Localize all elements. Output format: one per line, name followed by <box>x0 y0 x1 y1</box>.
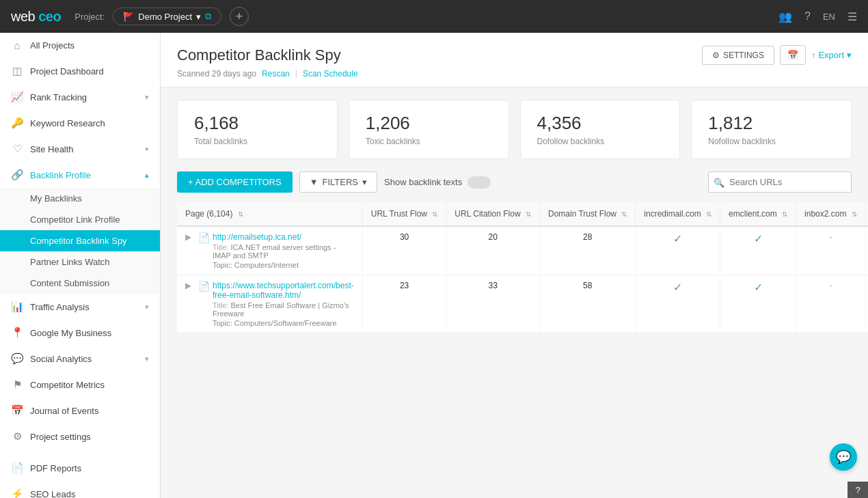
sidebar-label-competitor-metrics: Competitor Metrics <box>30 380 105 390</box>
title-label-0: Title: <box>213 243 231 251</box>
cell-incredimail-1: ✓ <box>636 275 720 333</box>
sidebar-item-project-settings[interactable]: ⚙ Project settings <box>0 424 160 449</box>
partner-links-watch-label: Partner Links Watch <box>30 257 110 267</box>
sidebar-subitem-competitor-link-profile[interactable]: Competitor Link Profile <box>0 209 160 230</box>
backlinks-table: Page (6,104) ⇅ URL Trust Flow ⇅ URL Cita… <box>177 202 868 333</box>
add-competitors-button[interactable]: + ADD COMPETITORS <box>177 171 293 193</box>
stats-row: 6,168 Total backlinks 1,206 Toxic backli… <box>161 87 868 171</box>
help-button[interactable]: ? <box>847 482 868 498</box>
sidebar-item-traffic-analysis[interactable]: 📊 Traffic Analysis ▾ <box>0 294 160 320</box>
sidebar-item-google-my-business[interactable]: 📍 Google My Business <box>0 320 160 346</box>
menu-icon[interactable]: ☰ <box>847 10 857 23</box>
sidebar-item-site-health[interactable]: ♡ Site Health ▾ <box>0 136 160 162</box>
settings-button[interactable]: ⚙ SETTINGS <box>702 46 774 65</box>
sidebar-item-social-analytics[interactable]: 💬 Social Analytics ▾ <box>0 346 160 372</box>
sidebar-item-pdf-reports[interactable]: 📄 PDF Reports <box>0 455 160 481</box>
stat-number-toxic: 1,206 <box>366 113 492 134</box>
gear-icon: ⚙ <box>712 51 720 60</box>
title-value-1: Best Free Email Software | Gizmo's Freew… <box>213 301 349 318</box>
sidebar-label-project-settings: Project settings <box>30 432 91 442</box>
page-url-1[interactable]: https://www.techsupportalert.com/best-fr… <box>213 281 354 300</box>
check-icon-incredimail-1: ✓ <box>673 281 682 293</box>
cell-url-trust-0: 30 <box>362 226 446 275</box>
external-link-icon: ⧉ <box>205 11 211 22</box>
export-chevron-icon: ▾ <box>847 50 852 60</box>
topic-value-1: Computers/Software/Freeware <box>234 319 337 327</box>
sort-icon-emclient: ⇅ <box>782 210 787 218</box>
calendar-button[interactable]: 📅 <box>780 45 806 65</box>
topic-cell-1: Topic: Computers/Software/Freeware <box>213 319 354 327</box>
chat-icon: 💬 <box>11 352 23 365</box>
sidebar-label-site-health: Site Health <box>30 144 74 154</box>
language-selector[interactable]: EN <box>823 12 835 22</box>
search-input[interactable] <box>708 171 852 193</box>
col-inbox2[interactable]: inbox2.com ⇅ <box>796 202 866 226</box>
col-emailtray[interactable]: emailtray.com ⇅ <box>865 202 868 226</box>
expand-button-1[interactable]: ▶ <box>185 281 191 290</box>
sidebar-item-all-projects[interactable]: ⌂ All Projects <box>0 33 160 58</box>
col-url-citation-flow[interactable]: URL Citation Flow ⇅ <box>446 202 540 226</box>
sidebar-item-keyword-research[interactable]: 🔑 Keyword Research <box>0 110 160 136</box>
traffic-icon: 📊 <box>11 301 23 313</box>
sidebar-subitem-my-backlinks[interactable]: My Backlinks <box>0 188 160 209</box>
filters-button[interactable]: ▼ FILTERS ▾ <box>299 171 377 193</box>
add-project-button[interactable]: + <box>230 7 249 26</box>
page-title: Competitor Backlink Spy <box>177 46 341 64</box>
col-url-trust-flow[interactable]: URL Trust Flow ⇅ <box>362 202 446 226</box>
location-icon: 📍 <box>11 327 23 339</box>
title-value-0: ICA.NET email server settings - IMAP and… <box>213 243 336 260</box>
scan-schedule-link[interactable]: Scan Schedule <box>303 69 358 79</box>
filter-chevron-icon: ▾ <box>362 177 367 187</box>
table-body: ▶ 📄 http://emailsetup.ica.net/ Title: IC… <box>177 226 868 333</box>
sidebar-item-journal-of-events[interactable]: 📅 Journal of Events <box>0 398 160 424</box>
cell-page-1: ▶ 📄 https://www.techsupportalert.com/bes… <box>177 275 362 333</box>
cell-url-trust-1: 23 <box>362 275 446 333</box>
cell-emclient-1: ✓ <box>720 275 796 333</box>
sidebar-item-competitor-metrics[interactable]: ⚑ Competitor Metrics <box>0 372 160 398</box>
doc-icon-1[interactable]: 📄 <box>198 281 210 292</box>
backlink-texts-toggle[interactable] <box>467 176 491 189</box>
sidebar-subitem-content-submission[interactable]: Content Submission <box>0 273 160 294</box>
stat-number-total: 6,168 <box>194 113 321 134</box>
sidebar-label-rank-tracking: Rank Tracking <box>30 92 87 102</box>
scan-date: Scanned 29 days ago <box>177 69 256 79</box>
sidebar-label-project-dashboard: Project Dashboard <box>30 66 104 77</box>
users-icon[interactable]: 👥 <box>778 10 792 23</box>
chevron-right-icon-3: ▾ <box>145 303 149 312</box>
scan-separator: | <box>295 69 297 79</box>
help-icon[interactable]: ? <box>804 10 811 23</box>
sidebar-label-backlink-profile: Backlink Profile <box>30 170 91 180</box>
sidebar-item-project-dashboard[interactable]: ◫ Project Dashboard <box>0 58 160 84</box>
sidebar-item-seo-leads[interactable]: ⚡ SEO Leads <box>0 481 160 498</box>
expand-button-0[interactable]: ▶ <box>185 232 191 242</box>
col-emclient[interactable]: emclient.com ⇅ <box>720 202 796 226</box>
stat-card-nofollow-backlinks: 1,812 Nofollow backlinks <box>691 100 852 159</box>
doc-icon-0[interactable]: 📄 <box>198 232 210 243</box>
sidebar-subitem-partner-links-watch[interactable]: Partner Links Watch <box>0 251 160 273</box>
cell-emailtray-1: Negotiations ▾ <box>865 275 868 333</box>
calendar-icon: 📅 <box>11 404 23 417</box>
stat-number-nofollow: 1,812 <box>708 113 835 134</box>
sidebar-subitem-competitor-backlink-spy[interactable]: Competitor Backlink Spy <box>0 230 160 251</box>
toolbar: + ADD COMPETITORS ▼ FILTERS ▾ Show backl… <box>161 171 868 202</box>
col-domain-trust-flow[interactable]: Domain Trust Flow ⇅ <box>539 202 635 226</box>
export-button[interactable]: ↑ Export ▾ <box>811 50 852 60</box>
competitor-icon: ⚑ <box>11 378 23 391</box>
page-url-0[interactable]: http://emailsetup.ica.net/ <box>213 232 354 242</box>
chevron-right-icon-4: ▾ <box>145 355 149 363</box>
cell-domain-trust-1: 58 <box>539 275 635 333</box>
project-selector[interactable]: 🚩 Demo Project ▾ ⧉ <box>113 8 221 25</box>
chart-icon: 📈 <box>11 91 23 103</box>
chat-button[interactable]: 💬 <box>830 443 857 471</box>
col-page[interactable]: Page (6,104) ⇅ <box>177 202 362 226</box>
sidebar-item-rank-tracking[interactable]: 📈 Rank Tracking ▾ <box>0 84 160 110</box>
layout: ⌂ All Projects ◫ Project Dashboard 📈 Ran… <box>0 33 868 498</box>
check-icon-emclient-0: ✓ <box>754 233 763 245</box>
rescan-link[interactable]: Rescan <box>262 69 290 79</box>
stat-label-total: Total backlinks <box>194 137 321 146</box>
col-incredimail[interactable]: incredimail.com ⇅ <box>636 202 720 226</box>
sidebar-item-backlink-profile[interactable]: 🔗 Backlink Profile ▴ <box>0 162 160 188</box>
dash-inbox2-1: - <box>829 281 832 290</box>
export-icon: ↑ <box>811 50 816 60</box>
my-backlinks-label: My Backlinks <box>30 193 82 204</box>
